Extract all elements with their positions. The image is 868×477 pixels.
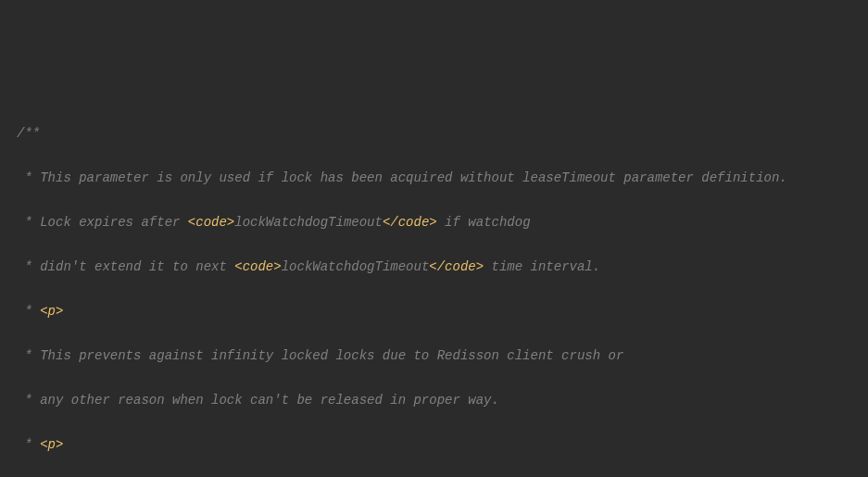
code-editor[interactable]: /** * This parameter is only used if loc… [0, 89, 868, 477]
javadoc-text: * [17, 437, 40, 452]
code-tag-close: </code> [383, 215, 437, 230]
code-line[interactable]: /** [17, 122, 868, 144]
javadoc-text: time interval. [484, 259, 600, 274]
code-tag-content: lockWatchdogTimeout [234, 215, 383, 230]
code-line[interactable]: * any other reason when lock can't be re… [17, 389, 868, 411]
code-tag-open: <code> [234, 259, 281, 274]
javadoc-text: * [17, 304, 40, 319]
code-line[interactable]: * Lock expires after <code>lockWatchdogT… [17, 211, 868, 233]
code-line[interactable]: * didn't extend it to next <code>lockWat… [17, 256, 868, 278]
code-tag-content: lockWatchdogTimeout [282, 259, 430, 274]
code-tag-open: <code> [188, 215, 234, 230]
code-line[interactable]: * <p> [17, 300, 868, 322]
javadoc-text: * This parameter is only used if lock ha… [17, 170, 787, 185]
javadoc-text: * any other reason when lock can't be re… [17, 393, 499, 408]
javadoc-text: if watchdog [437, 215, 531, 230]
p-tag: <p> [40, 304, 63, 319]
javadoc-open: /** [17, 126, 40, 141]
code-line[interactable]: * This prevents against infinity locked … [17, 345, 868, 367]
javadoc-text: * Lock expires after [17, 215, 188, 230]
javadoc-text: * This prevents against infinity locked … [17, 348, 623, 363]
code-tag-close: </code> [429, 259, 484, 274]
code-line[interactable]: * This parameter is only used if lock ha… [17, 167, 868, 189]
javadoc-text: * didn't extend it to next [17, 259, 234, 274]
p-tag: <p> [40, 437, 63, 452]
code-line[interactable]: * <p> [17, 433, 868, 456]
